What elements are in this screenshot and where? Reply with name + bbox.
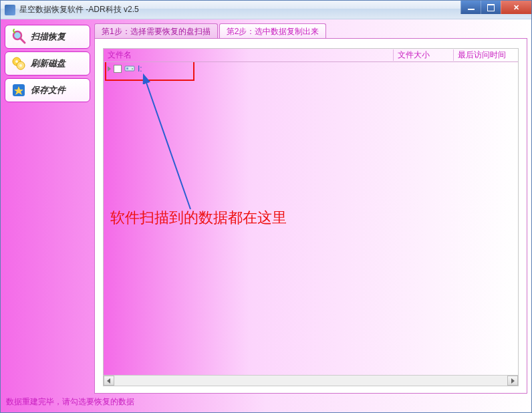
annotation-arrow [104,62,518,375]
sidebar: 扫描恢复 刷新磁盘 [5,23,90,394]
svg-line-11 [146,81,190,209]
refresh-icon [11,55,27,72]
row-checkbox[interactable] [114,65,122,73]
magnify-icon [11,29,27,45]
scroll-right-button[interactable] [507,376,518,386]
file-list: 文件名 文件大小 最后访问时间 [103,48,519,386]
scan-recover-button[interactable]: 扫描恢复 [5,25,90,49]
refresh-disk-button[interactable]: 刷新磁盘 [5,51,90,76]
table-row[interactable]: I: [104,62,518,76]
svg-line-1 [21,39,25,43]
close-button[interactable] [501,1,531,14]
content-area: 第1步：选择需要恢复的盘扫描 第2步：选中数据复制出来 文件名 文件大小 最后访… [94,23,527,394]
sidebar-item-label: 刷新磁盘 [31,57,65,70]
list-body: I: 软件扫描到的数据都在 [104,62,518,375]
column-header-name[interactable]: 文件名 [104,49,394,61]
svg-point-10 [132,68,133,70]
tab-bar: 第1步：选择需要恢复的盘扫描 第2步：选中数据复制出来 [94,23,527,38]
svg-rect-9 [126,67,128,70]
column-header-size[interactable]: 文件大小 [394,49,454,61]
scroll-left-button[interactable] [104,376,114,386]
main-row: 扫描恢复 刷新磁盘 [5,23,527,394]
row-label: I: [138,64,142,74]
list-header: 文件名 文件大小 最后访问时间 [104,49,518,62]
annotation-text: 软件扫描到的数据都在这里 [110,208,287,228]
scroll-track[interactable] [114,376,507,386]
sidebar-item-label: 扫描恢复 [31,31,65,43]
svg-marker-12 [107,378,110,384]
client-area: 扫描恢复 刷新磁盘 [1,19,531,412]
save-file-button[interactable]: 保存文件 [5,78,90,102]
titlebar[interactable]: 星空数据恢复软件 -ADR科技 v2.5 [1,1,531,19]
drive-icon [124,64,135,74]
expand-icon[interactable] [108,66,111,72]
app-icon [5,5,15,15]
tab-step1[interactable]: 第1步：选择需要恢复的盘扫描 [94,23,218,38]
sidebar-item-label: 保存文件 [31,84,65,96]
svg-point-5 [19,64,22,67]
save-icon [11,82,27,98]
window-controls [460,1,531,14]
tab-step2[interactable]: 第2步：选中数据复制出来 [219,23,327,38]
status-text: 数据重建完毕，请勾选要恢复的数据 [6,396,134,408]
column-header-time[interactable]: 最后访问时间 [454,49,518,61]
status-bar: 数据重建完毕，请勾选要恢复的数据 [5,395,527,408]
maximize-button[interactable] [481,1,501,14]
horizontal-scrollbar[interactable] [104,375,518,386]
step2-panel: 文件名 文件大小 最后访问时间 [94,38,527,394]
app-window: 星空数据恢复软件 -ADR科技 v2.5 扫描恢复 [0,0,532,413]
svg-point-4 [15,60,18,63]
minimize-button[interactable] [460,1,481,14]
window-title: 星空数据恢复软件 -ADR科技 v2.5 [19,4,139,15]
svg-marker-13 [511,378,515,384]
